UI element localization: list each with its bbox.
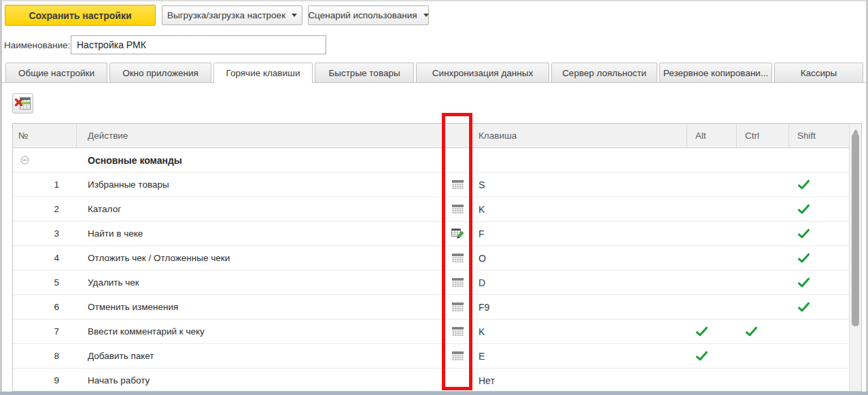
row-key: K xyxy=(472,197,687,221)
window-border-top xyxy=(0,0,868,1)
row-key: Нет xyxy=(472,368,687,392)
row-ctrl-flag xyxy=(737,246,789,270)
row-ctrl-flag xyxy=(737,197,789,221)
check-icon xyxy=(797,302,810,312)
scroll-up-arrow-icon xyxy=(853,129,858,133)
column-header-action[interactable]: Действие xyxy=(77,124,442,148)
table-row[interactable]: 1 Избранные товары S xyxy=(13,173,850,197)
row-key: D xyxy=(472,271,687,294)
row-ctrl-flag xyxy=(737,222,789,245)
row-alt-flag xyxy=(687,368,737,392)
table-row[interactable]: 4 Отложить чек / Отложенные чеки O xyxy=(13,246,850,271)
column-header-shift[interactable]: Shift xyxy=(789,124,850,148)
table-row[interactable]: 3 Найти в чеке F xyxy=(13,222,850,246)
table-row[interactable]: 6 Отменить изменения F9 xyxy=(13,295,850,320)
save-settings-button[interactable]: Сохранить настройки xyxy=(5,5,156,26)
row-number: 3 xyxy=(13,222,77,245)
scrollbar-thumb[interactable] xyxy=(852,133,859,326)
check-icon xyxy=(695,351,708,361)
name-label: Наименование: xyxy=(4,40,70,50)
column-header-icon[interactable] xyxy=(442,124,472,148)
row-shift-flag xyxy=(789,173,850,196)
keyboard-icon xyxy=(452,303,464,312)
export-import-settings-label: Выгрузка/загрузка настроек xyxy=(167,10,285,20)
row-key: S xyxy=(472,173,687,196)
group-row[interactable]: Основные команды xyxy=(13,148,850,173)
table-row[interactable]: 9 Начать работу Нет xyxy=(13,368,850,392)
row-icon-cell xyxy=(442,246,472,270)
row-shift-flag xyxy=(789,320,850,343)
collapse-expander-icon[interactable] xyxy=(20,156,29,165)
hotkeys-table: № Действие Клавиша Alt Ctrl Shift Основн… xyxy=(12,123,862,392)
row-shift-flag xyxy=(789,271,850,294)
dropdown-caret-icon xyxy=(292,14,297,17)
row-ctrl-flag xyxy=(737,295,789,319)
keyboard-icon xyxy=(452,278,464,288)
row-icon-cell xyxy=(442,173,472,196)
check-icon xyxy=(797,228,810,239)
row-alt-flag xyxy=(687,271,737,294)
keyboard-icon xyxy=(452,254,464,263)
row-number: 7 xyxy=(13,320,77,343)
row-alt-flag xyxy=(687,295,737,319)
row-number: 4 xyxy=(13,246,77,270)
row-key: K xyxy=(472,320,687,343)
usage-scenario-label: Сценарий использования xyxy=(308,10,417,20)
tab-loyalty-server[interactable]: Сервер лояльности xyxy=(551,63,657,82)
row-key: F9 xyxy=(472,295,687,319)
column-header-key[interactable]: Клавиша xyxy=(472,124,687,148)
window-border-left xyxy=(0,0,2,395)
table-row[interactable]: 8 Добавить пакет E xyxy=(13,344,850,368)
row-action: Найти в чеке xyxy=(77,222,442,245)
vertical-scrollbar[interactable] xyxy=(849,124,861,391)
export-list-button[interactable] xyxy=(12,93,33,114)
check-icon xyxy=(797,277,810,288)
table-row[interactable]: 5 Удалить чек D xyxy=(13,271,850,295)
row-shift-flag xyxy=(789,344,850,368)
row-ctrl-flag xyxy=(737,320,789,343)
row-number: 9 xyxy=(13,368,77,392)
table-edit-icon xyxy=(451,228,464,239)
row-action: Отменить изменения xyxy=(77,295,442,319)
row-ctrl-flag xyxy=(737,368,789,392)
row-shift-flag xyxy=(789,368,850,392)
tab-hotkeys[interactable]: Горячие клавиши xyxy=(213,63,313,83)
row-alt-flag xyxy=(687,320,737,343)
tab-data-sync[interactable]: Синхронизация данных xyxy=(416,63,549,82)
row-alt-flag xyxy=(687,222,737,245)
row-key: E xyxy=(472,344,687,368)
row-alt-flag xyxy=(687,344,737,368)
row-number: 6 xyxy=(13,295,77,319)
row-shift-flag xyxy=(789,197,850,221)
row-key: F xyxy=(472,222,687,245)
rmk-settings-window: Сохранить настройки Выгрузка/загрузка на… xyxy=(0,0,868,395)
row-action: Каталог xyxy=(77,197,442,221)
row-ctrl-flag xyxy=(737,344,789,368)
name-input[interactable] xyxy=(71,35,326,54)
table-row[interactable]: 2 Каталог K xyxy=(13,197,850,222)
row-icon-cell xyxy=(442,320,472,343)
row-shift-flag xyxy=(789,222,850,245)
column-header-alt[interactable]: Alt xyxy=(687,124,737,148)
dropdown-caret-icon xyxy=(423,14,429,17)
keyboard-icon xyxy=(452,205,464,214)
column-header-ctrl[interactable]: Ctrl xyxy=(737,124,789,148)
keyboard-icon xyxy=(452,180,464,190)
tab-bar: Общие настройки Окно приложения Горячие … xyxy=(2,63,866,83)
tab-quick-goods[interactable]: Быстрые товары xyxy=(315,63,414,82)
row-action: Отложить чек / Отложенные чеки xyxy=(77,246,442,270)
row-action: Добавить пакет xyxy=(77,344,442,368)
group-expander-cell xyxy=(13,148,77,172)
tab-general-settings[interactable]: Общие настройки xyxy=(5,63,107,82)
row-shift-flag xyxy=(789,295,850,319)
usage-scenario-dropdown[interactable]: Сценарий использования xyxy=(308,5,429,25)
tab-cashiers[interactable]: Кассиры xyxy=(774,63,863,82)
column-header-num[interactable]: № xyxy=(13,124,77,148)
tab-backup[interactable]: Резервное копировани... xyxy=(659,63,772,82)
keyboard-icon xyxy=(452,351,464,361)
tab-app-window[interactable]: Окно приложения xyxy=(109,63,211,82)
export-import-settings-dropdown[interactable]: Выгрузка/загрузка настроек xyxy=(162,5,302,25)
row-icon-cell xyxy=(442,271,472,294)
table-row[interactable]: 7 Ввести комментарий к чеку K xyxy=(13,320,850,344)
check-icon xyxy=(745,326,758,337)
